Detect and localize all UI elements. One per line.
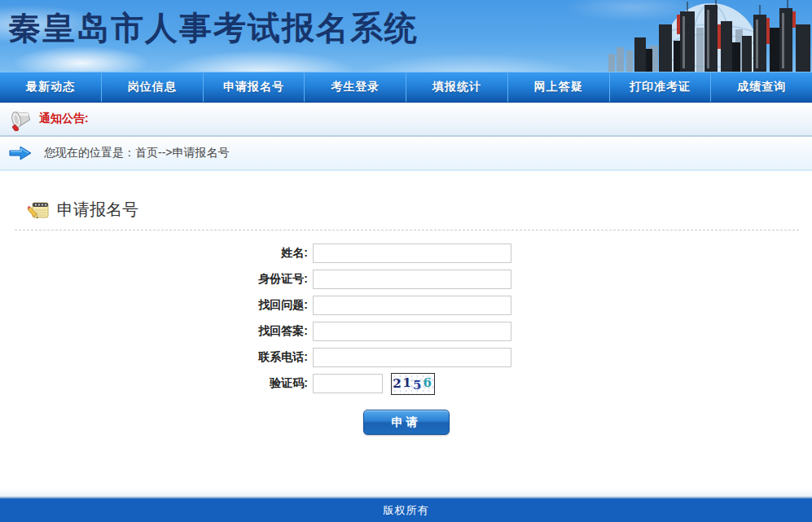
- nav-item-label-score-query: 成绩查询: [737, 80, 786, 94]
- form-row: 找回答案:: [235, 322, 812, 341]
- captcha-digit: 1: [403, 375, 413, 390]
- nav-item-label-online-qa: 网上答疑: [534, 80, 583, 94]
- application-form: 姓名: 身份证号: 找回问题: 找回答案: 联系电话: 验证码: 2156: [235, 243, 812, 393]
- nav-item-label-print-ticket: 打印准考证: [630, 80, 691, 94]
- captcha-digit: 2: [393, 376, 402, 391]
- nav-item-apply-reg-number[interactable]: 申请报名号: [204, 72, 305, 102]
- notice-label: 通知公告:: [39, 112, 89, 126]
- nav-item-label-position-info: 岗位信息: [128, 80, 177, 94]
- nav-item-label-candidate-login: 考生登录: [331, 80, 380, 94]
- form-title: 申请报名号: [57, 199, 138, 221]
- nav-item-label-filing-stats: 填报统计: [432, 80, 481, 94]
- nav-item-print-ticket[interactable]: 打印准考证: [610, 72, 712, 102]
- site-title: 秦皇岛市人事考试报名系统: [8, 7, 419, 49]
- nav-item-score-query[interactable]: 成绩查询: [711, 72, 812, 102]
- nav-item-label-apply-reg-number: 申请报名号: [223, 80, 284, 94]
- form-row: 联系电话:: [235, 348, 812, 367]
- page: 秦皇岛市人事考试报名系统: [0, 0, 812, 522]
- nav-item-label-latest-news: 最新动态: [26, 80, 75, 94]
- footer: 版权所有: [0, 498, 812, 522]
- field-label-contact-phone: 联系电话:: [235, 350, 308, 365]
- pre-footer-strip: [0, 489, 812, 498]
- recovery-question-input[interactable]: [313, 296, 511, 315]
- dashed-separator: [15, 230, 799, 230]
- copyright-text: 版权所有: [384, 503, 429, 518]
- form-row: 验证码: 2156: [235, 374, 812, 393]
- captcha-image[interactable]: 2156: [391, 373, 435, 395]
- nav-item-filing-stats[interactable]: 填报统计: [406, 72, 508, 102]
- main-nav: 最新动态岗位信息申请报名号考生登录填报统计网上答疑打印准考证成绩查询: [0, 72, 812, 103]
- captcha-digit: 6: [423, 375, 432, 390]
- captcha-digit: 5: [413, 378, 423, 393]
- nav-item-position-info[interactable]: 岗位信息: [102, 72, 204, 102]
- contact-phone-input[interactable]: [313, 348, 511, 367]
- form-title-row: 申请报名号: [28, 199, 812, 221]
- form-row: 身份证号:: [235, 270, 812, 289]
- nav-item-online-qa[interactable]: 网上答疑: [508, 72, 610, 102]
- field-label-recovery-question: 找回问题:: [235, 298, 308, 313]
- id-number-input[interactable]: [313, 270, 511, 289]
- button-row: 申请: [0, 410, 812, 435]
- field-label-recovery-answer: 找回答案:: [235, 324, 308, 339]
- notice-bar: 通知公告:: [0, 103, 812, 137]
- arrow-right-icon: [8, 145, 33, 161]
- notepad-pencil-icon: [28, 200, 49, 220]
- breadcrumb: 您现在的位置是：首页-->申请报名号: [0, 137, 812, 171]
- nav-item-latest-news[interactable]: 最新动态: [0, 72, 102, 102]
- recovery-answer-input[interactable]: [313, 322, 511, 341]
- apply-button[interactable]: 申请: [363, 410, 450, 435]
- captcha-input[interactable]: [313, 374, 383, 393]
- form-row: 找回问题:: [235, 296, 812, 315]
- city-skyline-graphic: [607, 0, 812, 72]
- megaphone-icon: [7, 107, 33, 131]
- field-label-captcha: 验证码:: [235, 376, 308, 391]
- apply-button-label: 申请: [392, 415, 421, 428]
- field-label-name: 姓名:: [235, 246, 308, 261]
- site-header: 秦皇岛市人事考试报名系统: [0, 0, 812, 72]
- field-label-id-number: 身份证号:: [235, 272, 308, 287]
- name-input[interactable]: [313, 243, 511, 263]
- nav-item-candidate-login[interactable]: 考生登录: [305, 72, 406, 102]
- main-content: 申请报名号 姓名: 身份证号: 找回问题: 找回答案: 联系电话: 验证码: 2…: [0, 171, 812, 489]
- form-row: 姓名:: [235, 243, 812, 263]
- breadcrumb-text: 您现在的位置是：首页-->申请报名号: [44, 146, 230, 160]
